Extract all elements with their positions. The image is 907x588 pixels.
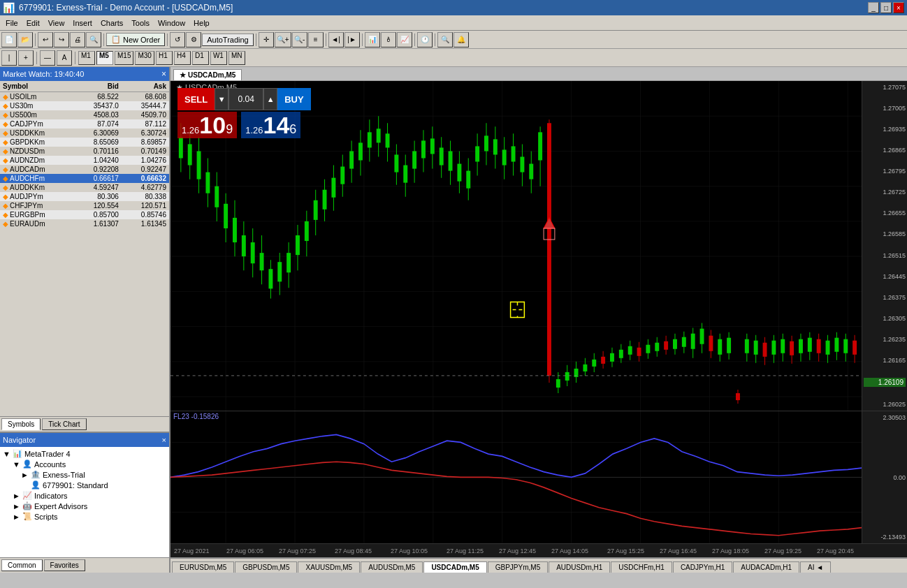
bar-chart-button[interactable]: 📊 (365, 32, 380, 47)
market-watch-row[interactable]: ◆AUDJPYm 80.306 80.338 (0, 192, 169, 201)
alert-button[interactable]: 🔔 (454, 32, 469, 47)
menu-bar: File Edit View Insert Charts Tools Windo… (0, 15, 907, 31)
tab-cadjpym-h1[interactable]: CADJPYm,H1 (673, 561, 732, 573)
tree-accounts[interactable]: ▼ 👤 Accounts (1, 459, 168, 469)
text-tool[interactable]: A (57, 50, 72, 66)
menu-window[interactable]: Window (154, 17, 189, 29)
autotrading-button[interactable]: AutoTrading (202, 34, 254, 46)
hline-tool[interactable]: — (40, 50, 55, 66)
market-watch-close[interactable]: × (161, 69, 166, 79)
menu-edit[interactable]: Edit (22, 17, 44, 29)
autoscroll-button[interactable]: |► (344, 32, 360, 47)
tree-indicators[interactable]: ► 📈 Indicators (1, 490, 168, 501)
mw-bid: 6.30069 (74, 128, 122, 138)
undo-button[interactable]: ↩ (38, 32, 53, 47)
menu-tools[interactable]: Tools (127, 17, 154, 29)
market-watch-row[interactable]: ◆AUDCHFm 0.66617 0.66632 (0, 174, 169, 183)
tab-eurusdm-m5[interactable]: EURUSDm,M5 (172, 561, 234, 573)
market-watch-row[interactable]: ◆AUDNZDm 1.04240 1.04276 (0, 156, 169, 165)
nav-tab-favorites[interactable]: Favorites (44, 559, 85, 571)
market-watch-row[interactable]: ◆GBPDKKm 8.65069 8.69857 (0, 138, 169, 147)
tab-symbols[interactable]: Symbols (1, 418, 41, 430)
mw-symbol: ◆EURAUDm (0, 219, 74, 228)
tab-audusdm-m5[interactable]: AUDUSDm,M5 (361, 561, 423, 573)
nav-tab-common[interactable]: Common (1, 559, 43, 571)
svg-rect-70 (403, 166, 407, 183)
menu-insert[interactable]: Insert (68, 17, 96, 29)
mw-ask: 68.608 (122, 92, 169, 102)
tab-audusdm-h1[interactable]: AUDUSDm,H1 (549, 561, 610, 573)
chart-shift-button[interactable]: ◄| (328, 32, 344, 47)
period-m30[interactable]: M30 (135, 51, 154, 65)
period-d1[interactable]: D1 (192, 51, 209, 65)
tab-audcadm-h1[interactable]: AUDACADm,H1 (733, 561, 799, 573)
line-chart-button[interactable]: 📈 (397, 32, 412, 47)
chart-header-tabs: ★ USDCADm,M5 (170, 67, 907, 81)
menu-help[interactable]: Help (189, 17, 214, 29)
spread-down-button[interactable]: ▼ (215, 88, 228, 110)
sell-button[interactable]: SELL (177, 88, 215, 110)
market-watch-row[interactable]: ◆AUDCADm 0.92208 0.92247 (0, 165, 169, 174)
market-watch-row[interactable]: ◆AUDDKKm 4.59247 4.62779 (0, 183, 169, 192)
period-m1[interactable]: M1 (78, 51, 95, 65)
mw-symbol: ◆CADJPYm (0, 119, 74, 128)
market-watch-row[interactable]: ◆US30m 35437.0 35444.7 (0, 101, 169, 110)
period-m5[interactable]: M5 (96, 51, 113, 65)
market-watch-row[interactable]: ◆EURGBPm 0.85700 0.85746 (0, 210, 169, 219)
period-h4[interactable]: H4 (174, 51, 191, 65)
tree-exness-trial[interactable]: ► 🏦 Exness-Trial (1, 469, 168, 480)
zoom-in-button[interactable]: 🔍+ (275, 32, 291, 47)
spread-up-button[interactable]: ▲ (263, 88, 277, 110)
minimize-button[interactable]: _ (868, 2, 879, 13)
open-button[interactable]: 📂 (17, 32, 33, 47)
tab-usdcadm-m5[interactable]: USDCADm,M5 (423, 561, 486, 573)
menu-charts[interactable]: Charts (96, 17, 127, 29)
indicator-chart[interactable]: FL23 -0.15826 (170, 411, 907, 543)
print-preview-button[interactable]: 🔍 (86, 32, 101, 47)
maximize-button[interactable]: □ (880, 2, 892, 13)
tree-metatrader4[interactable]: ▼ 📊 MetaTrader 4 (1, 448, 168, 459)
indicator-list-button[interactable]: ≡ (308, 32, 324, 47)
print-button[interactable]: 🖨 (70, 32, 85, 47)
market-watch-row[interactable]: ◆USOILm 68.522 68.608 (0, 92, 169, 102)
candle-button[interactable]: 🕯 (381, 32, 396, 47)
tab-usdchfm-h1[interactable]: USDCHFm,H1 (611, 561, 672, 573)
menu-view[interactable]: View (44, 17, 69, 29)
crosshair-button[interactable]: ✛ (259, 32, 274, 47)
navigator-close[interactable]: × (162, 436, 166, 444)
new-order-button[interactable]: 📋 New Order (106, 33, 165, 46)
period-w1[interactable]: W1 (210, 51, 227, 65)
market-watch-row[interactable]: ◆NZDUSDm 0.70116 0.70149 (0, 147, 169, 156)
tab-ai-nav[interactable]: AI ◄ (800, 561, 831, 573)
period-h1[interactable]: H1 (156, 51, 173, 65)
menu-file[interactable]: File (1, 17, 22, 29)
redo-button[interactable]: ↪ (54, 32, 69, 47)
market-watch-row[interactable]: ◆USDDKKm 6.30069 6.30724 (0, 128, 169, 138)
line-tool[interactable]: | (1, 50, 17, 66)
market-watch-row[interactable]: ◆EURAUDm 1.61307 1.61345 (0, 219, 169, 228)
tab-xauusdm-m5[interactable]: XAUUSDm,M5 (298, 561, 360, 573)
clock-button[interactable]: 🕐 (417, 32, 433, 47)
market-watch-row[interactable]: ◆CHFJPYm 120.554 120.571 (0, 201, 169, 210)
buy-button[interactable]: BUY (277, 88, 310, 110)
crosshair-tool[interactable]: + (18, 50, 34, 66)
new-chart-button[interactable]: 📄 (1, 32, 17, 47)
chart-tab-usdcadm[interactable]: ★ USDCADm,M5 (173, 69, 242, 80)
tree-scripts[interactable]: ► 📜 Scripts (1, 511, 168, 522)
market-watch-row[interactable]: ◆US500m 4508.03 4509.70 (0, 110, 169, 119)
config-button[interactable]: ⚙ (186, 32, 201, 47)
tab-gbpusdm-m5[interactable]: GBPUSDm,M5 (235, 561, 297, 573)
tab-gbpjpym-m5[interactable]: GBPJPYm,M5 (488, 561, 548, 573)
market-watch-row[interactable]: ◆CADJPYm 87.074 87.112 (0, 119, 169, 128)
search-button[interactable]: 🔍 (437, 32, 453, 47)
price-chart[interactable]: ★ USDCADm,M5 SELL ▼ ▲ BUY (170, 81, 907, 411)
period-m15[interactable]: M15 (115, 51, 133, 65)
tree-expert-advisors[interactable]: ► 🤖 Expert Advisors (1, 501, 168, 511)
tree-account-6779901[interactable]: 👤 6779901: Standard (1, 480, 168, 490)
spread-input[interactable] (228, 88, 263, 110)
zoom-out-button[interactable]: 🔍- (292, 32, 307, 47)
tab-tick-chart[interactable]: Tick Chart (42, 418, 86, 430)
close-button[interactable]: × (893, 2, 904, 13)
refresh-button[interactable]: ↺ (170, 32, 185, 47)
period-mn[interactable]: MN (228, 51, 245, 65)
